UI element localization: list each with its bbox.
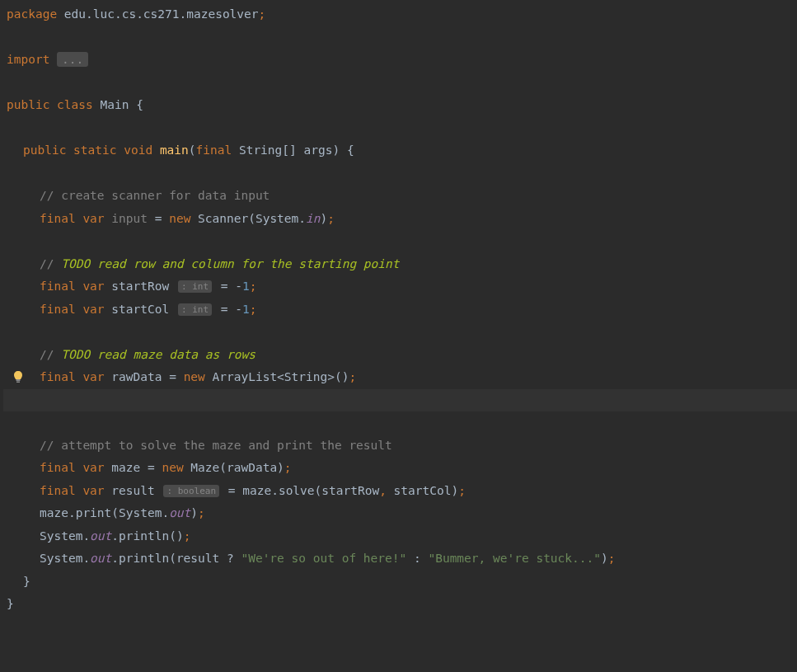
keyword-var: var — [82, 370, 111, 383]
method-call: .println() — [111, 529, 183, 543]
code-line[interactable]: final var startCol : int = -1; — [3, 298, 797, 322]
code-line[interactable]: } — [3, 571, 797, 594]
code-line-blank[interactable] — [3, 230, 797, 253]
string-literal: "Bummer, we're stuck..." — [428, 552, 601, 565]
code-line[interactable]: public class Main { — [3, 94, 797, 117]
code-line-blank[interactable] — [3, 72, 797, 95]
brace: { — [136, 98, 143, 111]
class-ref: System. — [40, 529, 90, 543]
equals: = - — [213, 280, 242, 293]
semicolon: ; — [284, 461, 292, 474]
paren: ) — [332, 143, 346, 157]
keyword-var: var — [82, 461, 111, 474]
code-line-blank[interactable] — [3, 162, 797, 186]
keyword-var: var — [82, 212, 111, 225]
code-line[interactable]: // create scanner for data input — [3, 185, 797, 208]
method-call: maze.solve(startRow — [242, 484, 379, 497]
code-line[interactable]: // attempt to solve the maze and print t… — [3, 435, 797, 458]
equals: = — [162, 370, 183, 383]
keyword-public: public — [23, 143, 73, 157]
class-ref: System. — [40, 552, 90, 565]
brace: } — [7, 597, 14, 610]
code-line-blank[interactable] — [3, 117, 797, 140]
semicolon: ; — [458, 484, 466, 497]
static-field: in — [306, 212, 320, 225]
constructor-call: Maze(rawData) — [190, 461, 284, 474]
comma: , — [379, 484, 393, 497]
keyword-var: var — [82, 484, 111, 497]
method-call: .println(result ? — [111, 552, 241, 565]
keyword-final: final — [40, 303, 82, 316]
equals: = — [221, 484, 242, 497]
code-line[interactable]: final var startRow : int = -1; — [3, 275, 797, 298]
code-line[interactable]: import ... — [3, 49, 797, 72]
keyword-void: void — [124, 143, 160, 157]
keyword-new: new — [184, 370, 213, 383]
paren: ) — [321, 212, 328, 225]
keyword-final: final — [40, 370, 82, 383]
semicolon: ; — [608, 552, 616, 565]
todo-comment: TODO read row and column for the startin… — [61, 257, 399, 270]
code-line[interactable]: // TODO read row and column for the star… — [3, 253, 797, 276]
code-line[interactable]: package edu.luc.cs.cs271.mazesolver; — [3, 3, 797, 26]
package-path: edu.luc.cs.cs271.mazesolver — [57, 7, 258, 21]
keyword-class: class — [57, 98, 100, 111]
var-name: result — [111, 484, 154, 497]
param-type: String[] — [239, 143, 304, 157]
semicolon: ; — [184, 529, 191, 543]
code-line-current[interactable] — [3, 389, 797, 412]
keyword-package: package — [7, 7, 57, 21]
keyword-final: final — [196, 143, 239, 157]
code-line[interactable]: System.out.println(result ? "We're so ou… — [3, 547, 797, 571]
code-line-blank[interactable] — [3, 321, 797, 344]
keyword-var: var — [82, 280, 111, 293]
code-line-blank[interactable] — [3, 411, 797, 435]
var-name: rawData — [111, 370, 162, 383]
code-editor[interactable]: package edu.luc.cs.cs271.mazesolver; imp… — [0, 0, 797, 616]
brace: } — [23, 575, 30, 588]
equals: = — [148, 212, 169, 225]
paren: ) — [190, 506, 198, 519]
arg: startCol) — [394, 484, 459, 497]
string-literal: "We're so out of here!" — [241, 552, 406, 565]
constructor-call: ArrayList<String>() — [213, 370, 349, 383]
number-literal: 1 — [242, 303, 250, 316]
param-name: args — [304, 143, 333, 157]
method-call: maze.print(System. — [40, 506, 169, 519]
code-line-blank[interactable] — [3, 26, 797, 49]
static-field: out — [90, 529, 111, 543]
code-line[interactable]: final var maze = new Maze(rawData); — [3, 457, 797, 480]
keyword-new: new — [162, 461, 190, 474]
static-field: out — [90, 552, 111, 565]
keyword-new: new — [169, 212, 198, 225]
var-name: startCol — [111, 303, 169, 316]
todo-comment: TODO read maze data as rows — [61, 348, 256, 361]
paren: ( — [189, 143, 196, 157]
comment: // attempt to solve the maze and print t… — [40, 439, 392, 452]
keyword-final: final — [40, 484, 82, 497]
constructor-call: Scanner(System. — [198, 212, 306, 225]
code-line[interactable]: final var result : boolean = maze.solve(… — [3, 480, 797, 503]
keyword-final: final — [40, 212, 82, 225]
type-hint: : boolean — [163, 485, 219, 497]
keyword-final: final — [40, 461, 82, 474]
semicolon: ; — [349, 370, 356, 383]
semicolon: ; — [250, 280, 257, 293]
ternary-colon: : — [406, 552, 428, 565]
comment: // create scanner for data input — [40, 189, 270, 202]
var-name: startRow — [111, 280, 169, 293]
var-name: input — [111, 212, 148, 225]
folded-region[interactable]: ... — [57, 52, 88, 67]
semicolon: ; — [198, 506, 205, 519]
code-line[interactable]: maze.print(System.out); — [3, 502, 797, 525]
code-line[interactable]: // TODO read maze data as rows — [3, 344, 797, 367]
svg-rect-1 — [16, 382, 20, 383]
lightbulb-icon[interactable] — [12, 370, 24, 383]
code-content[interactable]: package edu.luc.cs.cs271.mazesolver; imp… — [3, 3, 797, 616]
code-line[interactable]: public static void main(final String[] a… — [3, 139, 797, 162]
code-line[interactable]: System.out.println(); — [3, 525, 797, 548]
paren: ) — [601, 552, 608, 565]
code-line[interactable]: } — [3, 593, 797, 616]
code-line[interactable]: final var rawData = new ArrayList<String… — [3, 366, 797, 389]
code-line[interactable]: final var input = new Scanner(System.in)… — [3, 208, 797, 231]
